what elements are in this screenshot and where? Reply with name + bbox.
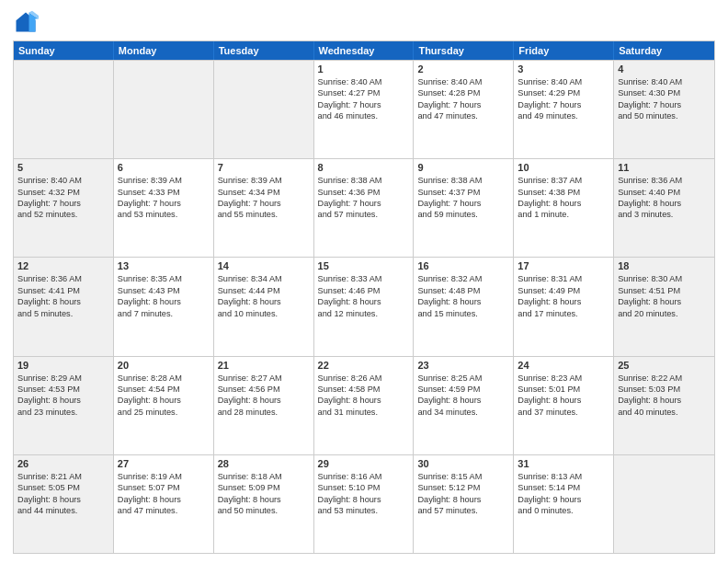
calendar-cell-5-2: 27Sunrise: 8:19 AM Sunset: 5:07 PM Dayli… — [114, 455, 214, 553]
weekday-header-tuesday: Tuesday — [214, 41, 314, 60]
calendar-week-2: 5Sunrise: 8:40 AM Sunset: 4:32 PM Daylig… — [14, 158, 714, 257]
cell-info: Sunrise: 8:40 AM Sunset: 4:29 PM Dayligh… — [518, 76, 609, 122]
cell-info: Sunrise: 8:16 AM Sunset: 5:10 PM Dayligh… — [318, 471, 410, 517]
calendar-week-4: 19Sunrise: 8:29 AM Sunset: 4:53 PM Dayli… — [14, 356, 714, 454]
day-number: 7 — [218, 162, 310, 173]
day-number: 20 — [118, 360, 210, 371]
cell-info: Sunrise: 8:18 AM Sunset: 5:09 PM Dayligh… — [218, 471, 310, 517]
calendar-cell-2-2: 6Sunrise: 8:39 AM Sunset: 4:33 PM Daylig… — [114, 159, 214, 257]
cell-info: Sunrise: 8:40 AM Sunset: 4:27 PM Dayligh… — [318, 76, 410, 122]
day-number: 23 — [417, 360, 509, 371]
calendar-cell-2-3: 7Sunrise: 8:39 AM Sunset: 4:34 PM Daylig… — [214, 159, 314, 257]
cell-info: Sunrise: 8:32 AM Sunset: 4:48 PM Dayligh… — [417, 273, 509, 319]
day-number: 30 — [417, 458, 509, 469]
cell-info: Sunrise: 8:28 AM Sunset: 4:54 PM Dayligh… — [118, 373, 210, 419]
day-number: 1 — [318, 63, 410, 75]
calendar-week-1: 1Sunrise: 8:40 AM Sunset: 4:27 PM Daylig… — [14, 60, 714, 158]
day-number: 17 — [518, 260, 609, 271]
cell-info: Sunrise: 8:31 AM Sunset: 4:49 PM Dayligh… — [518, 273, 609, 319]
calendar-cell-4-7: 25Sunrise: 8:22 AM Sunset: 5:03 PM Dayli… — [614, 357, 714, 454]
cell-info: Sunrise: 8:29 AM Sunset: 4:53 PM Dayligh… — [17, 373, 109, 419]
calendar-cell-1-3 — [214, 61, 314, 158]
day-number: 12 — [17, 260, 109, 271]
header — [13, 9, 715, 35]
logo-icon — [13, 9, 39, 35]
logo — [13, 9, 42, 35]
weekday-header-monday: Monday — [114, 41, 214, 60]
calendar: SundayMondayTuesdayWednesdayThursdayFrid… — [13, 40, 715, 554]
weekday-header-wednesday: Wednesday — [314, 41, 415, 60]
cell-info: Sunrise: 8:40 AM Sunset: 4:28 PM Dayligh… — [417, 76, 509, 122]
cell-info: Sunrise: 8:22 AM Sunset: 5:03 PM Dayligh… — [618, 373, 711, 419]
calendar-cell-1-5: 2Sunrise: 8:40 AM Sunset: 4:28 PM Daylig… — [414, 61, 514, 158]
day-number: 4 — [618, 63, 711, 75]
cell-info: Sunrise: 8:13 AM Sunset: 5:14 PM Dayligh… — [518, 471, 609, 517]
calendar-cell-4-3: 21Sunrise: 8:27 AM Sunset: 4:56 PM Dayli… — [214, 357, 314, 454]
cell-info: Sunrise: 8:36 AM Sunset: 4:41 PM Dayligh… — [17, 273, 109, 319]
calendar-cell-3-2: 13Sunrise: 8:35 AM Sunset: 4:43 PM Dayli… — [114, 258, 214, 355]
calendar-cell-4-6: 24Sunrise: 8:23 AM Sunset: 5:01 PM Dayli… — [514, 357, 614, 454]
day-number: 22 — [318, 360, 410, 371]
day-number: 19 — [17, 360, 109, 371]
calendar-cell-5-4: 29Sunrise: 8:16 AM Sunset: 5:10 PM Dayli… — [314, 455, 415, 553]
cell-info: Sunrise: 8:35 AM Sunset: 4:43 PM Dayligh… — [118, 273, 210, 319]
cell-info: Sunrise: 8:34 AM Sunset: 4:44 PM Dayligh… — [218, 273, 310, 319]
day-number: 16 — [417, 260, 509, 271]
calendar-cell-4-5: 23Sunrise: 8:25 AM Sunset: 4:59 PM Dayli… — [414, 357, 514, 454]
calendar-cell-4-2: 20Sunrise: 8:28 AM Sunset: 4:54 PM Dayli… — [114, 357, 214, 454]
cell-info: Sunrise: 8:21 AM Sunset: 5:05 PM Dayligh… — [17, 471, 109, 517]
day-number: 24 — [518, 360, 609, 371]
calendar-cell-2-7: 11Sunrise: 8:36 AM Sunset: 4:40 PM Dayli… — [614, 159, 714, 257]
calendar-cell-3-6: 17Sunrise: 8:31 AM Sunset: 4:49 PM Dayli… — [514, 258, 614, 355]
day-number: 29 — [318, 458, 410, 469]
calendar-cell-3-5: 16Sunrise: 8:32 AM Sunset: 4:48 PM Dayli… — [414, 258, 514, 355]
day-number: 2 — [417, 63, 509, 75]
calendar-cell-5-1: 26Sunrise: 8:21 AM Sunset: 5:05 PM Dayli… — [14, 455, 114, 553]
calendar-cell-2-1: 5Sunrise: 8:40 AM Sunset: 4:32 PM Daylig… — [14, 159, 114, 257]
day-number: 11 — [618, 162, 711, 173]
calendar-cell-5-6: 31Sunrise: 8:13 AM Sunset: 5:14 PM Dayli… — [514, 455, 614, 553]
day-number: 5 — [17, 162, 109, 173]
calendar-cell-1-6: 3Sunrise: 8:40 AM Sunset: 4:29 PM Daylig… — [514, 61, 614, 158]
calendar-cell-2-4: 8Sunrise: 8:38 AM Sunset: 4:36 PM Daylig… — [314, 159, 415, 257]
cell-info: Sunrise: 8:39 AM Sunset: 4:34 PM Dayligh… — [218, 175, 310, 221]
page: SundayMondayTuesdayWednesdayThursdayFrid… — [0, 0, 728, 563]
calendar-cell-5-5: 30Sunrise: 8:15 AM Sunset: 5:12 PM Dayli… — [414, 455, 514, 553]
day-number: 25 — [618, 360, 711, 371]
day-number: 13 — [118, 260, 210, 271]
cell-info: Sunrise: 8:37 AM Sunset: 4:38 PM Dayligh… — [518, 175, 609, 221]
cell-info: Sunrise: 8:38 AM Sunset: 4:37 PM Dayligh… — [417, 175, 509, 221]
calendar-cell-4-1: 19Sunrise: 8:29 AM Sunset: 4:53 PM Dayli… — [14, 357, 114, 454]
cell-info: Sunrise: 8:38 AM Sunset: 4:36 PM Dayligh… — [318, 175, 410, 221]
calendar-cell-4-4: 22Sunrise: 8:26 AM Sunset: 4:58 PM Dayli… — [314, 357, 415, 454]
calendar-cell-2-5: 9Sunrise: 8:38 AM Sunset: 4:37 PM Daylig… — [414, 159, 514, 257]
cell-info: Sunrise: 8:23 AM Sunset: 5:01 PM Dayligh… — [518, 373, 609, 419]
weekday-header-friday: Friday — [514, 41, 614, 60]
cell-info: Sunrise: 8:30 AM Sunset: 4:51 PM Dayligh… — [618, 273, 711, 319]
calendar-cell-1-2 — [114, 61, 214, 158]
cell-info: Sunrise: 8:27 AM Sunset: 4:56 PM Dayligh… — [218, 373, 310, 419]
cell-info: Sunrise: 8:40 AM Sunset: 4:32 PM Dayligh… — [17, 175, 109, 221]
calendar-cell-5-7 — [614, 455, 714, 553]
weekday-header-sunday: Sunday — [14, 41, 114, 60]
calendar-cell-1-1 — [14, 61, 114, 158]
weekday-header-thursday: Thursday — [414, 41, 514, 60]
calendar-body: 1Sunrise: 8:40 AM Sunset: 4:27 PM Daylig… — [14, 60, 714, 553]
calendar-cell-1-7: 4Sunrise: 8:40 AM Sunset: 4:30 PM Daylig… — [614, 61, 714, 158]
cell-info: Sunrise: 8:40 AM Sunset: 4:30 PM Dayligh… — [618, 76, 711, 122]
day-number: 6 — [118, 162, 210, 173]
day-number: 8 — [318, 162, 410, 173]
cell-info: Sunrise: 8:36 AM Sunset: 4:40 PM Dayligh… — [618, 175, 711, 221]
cell-info: Sunrise: 8:25 AM Sunset: 4:59 PM Dayligh… — [417, 373, 509, 419]
day-number: 27 — [118, 458, 210, 469]
calendar-week-5: 26Sunrise: 8:21 AM Sunset: 5:05 PM Dayli… — [14, 454, 714, 553]
day-number: 3 — [518, 63, 609, 75]
calendar-header: SundayMondayTuesdayWednesdayThursdayFrid… — [14, 41, 714, 60]
calendar-cell-2-6: 10Sunrise: 8:37 AM Sunset: 4:38 PM Dayli… — [514, 159, 614, 257]
day-number: 14 — [218, 260, 310, 271]
day-number: 28 — [218, 458, 310, 469]
day-number: 31 — [518, 458, 609, 469]
calendar-cell-3-1: 12Sunrise: 8:36 AM Sunset: 4:41 PM Dayli… — [14, 258, 114, 355]
calendar-cell-1-4: 1Sunrise: 8:40 AM Sunset: 4:27 PM Daylig… — [314, 61, 415, 158]
day-number: 26 — [17, 458, 109, 469]
